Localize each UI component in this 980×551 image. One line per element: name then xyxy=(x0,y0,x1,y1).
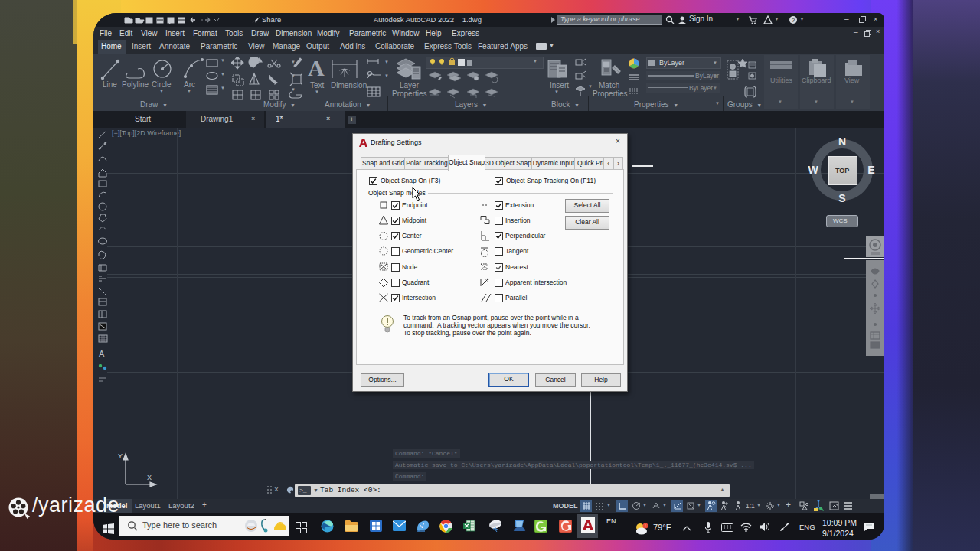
svg-text:W: W xyxy=(808,164,818,176)
svg-text:E: E xyxy=(867,164,874,176)
svg-text:S: S xyxy=(838,192,845,204)
svg-text:A: A xyxy=(99,349,105,358)
svg-text:!: ! xyxy=(645,523,645,528)
svg-text:Y: Y xyxy=(118,452,122,460)
svg-text:?: ? xyxy=(792,17,795,24)
svg-text:X: X xyxy=(147,474,152,481)
svg-text:N: N xyxy=(838,135,846,148)
